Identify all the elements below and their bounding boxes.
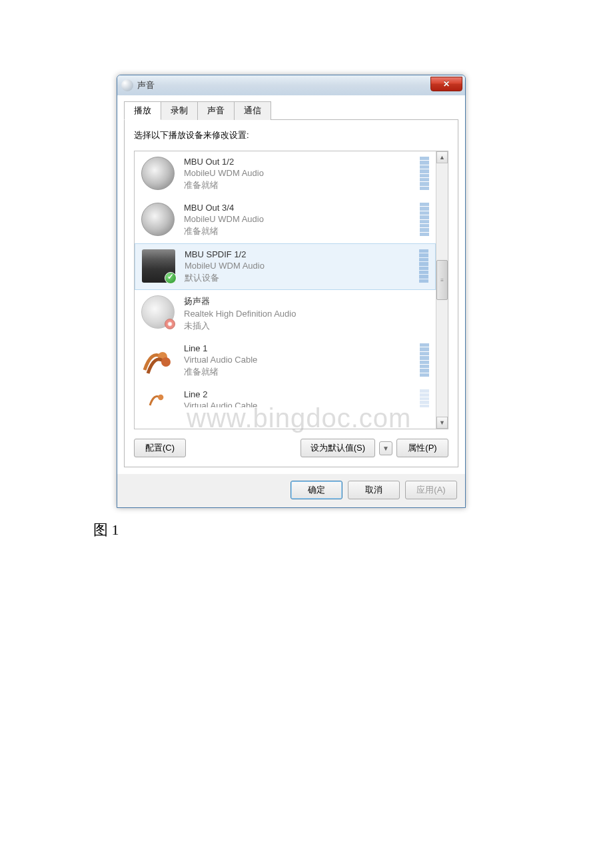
titlebar[interactable]: 声音 ✕ (117, 75, 465, 95)
scroll-down-arrow-icon[interactable]: ▼ (436, 417, 448, 429)
device-status: 默认设备 (185, 272, 414, 284)
properties-button[interactable]: 属性(P) (396, 439, 448, 457)
window-title: 声音 (137, 79, 155, 91)
tab-strip: 播放 录制 声音 通信 (124, 101, 458, 120)
device-scroll-area: MBU Out 1/2 MobileU WDM Audio 准备就绪 MBU O… (135, 151, 436, 429)
sound-icon (121, 79, 133, 91)
device-name: Line 2 (184, 389, 414, 399)
set-default-dropdown-icon[interactable]: ▼ (379, 441, 392, 455)
set-default-button[interactable]: 设为默认值(S) (301, 439, 375, 457)
scroll-track[interactable]: ≡ (436, 163, 448, 417)
configure-button[interactable]: 配置(C) (134, 439, 186, 457)
level-meter-icon (420, 203, 429, 236)
ok-button[interactable]: 确定 (291, 481, 342, 499)
scroll-up-arrow-icon[interactable]: ▲ (436, 151, 448, 163)
scroll-thumb[interactable]: ≡ (436, 260, 448, 300)
device-name: Line 1 (184, 343, 414, 353)
spdif-device-icon (142, 249, 175, 283)
tab-sounds[interactable]: 声音 (197, 101, 235, 120)
device-item[interactable]: MBU Out 1/2 MobileU WDM Audio 准备就绪 (135, 151, 436, 197)
device-driver: Virtual Audio Cable (184, 401, 414, 408)
cancel-button[interactable]: 取消 (348, 481, 400, 499)
device-item[interactable]: Line 2 Virtual Audio Cable (135, 384, 436, 408)
device-item[interactable]: MBU Out 3/4 MobileU WDM Audio 准备就绪 (135, 197, 436, 243)
dialog-body: 播放 录制 声音 通信 选择以下播放设备来修改设置: MBU Out 1/2 M… (117, 95, 465, 474)
apply-button[interactable]: 应用(A) (405, 481, 457, 499)
unplugged-icon (165, 319, 175, 329)
tab-content: 选择以下播放设备来修改设置: MBU Out 1/2 MobileU WDM A… (124, 120, 458, 467)
level-meter-icon (420, 157, 429, 190)
device-button-row: 配置(C) 设为默认值(S) ▼ 属性(P) (134, 439, 448, 457)
device-driver: MobileU WDM Audio (185, 261, 414, 271)
device-name: MBU Out 1/2 (184, 157, 414, 167)
level-meter-icon (420, 343, 429, 377)
tab-playback[interactable]: 播放 (124, 101, 161, 120)
svg-point-2 (158, 395, 163, 400)
speaker-icon (141, 203, 175, 236)
device-driver: MobileU WDM Audio (184, 214, 414, 224)
instruction-text: 选择以下播放设备来修改设置: (134, 129, 448, 141)
svg-point-1 (161, 357, 171, 367)
tab-communication[interactable]: 通信 (234, 101, 271, 120)
device-driver: Realtek High Definition Audio (184, 309, 429, 319)
device-name: 扬声器 (184, 295, 429, 307)
dialog-footer: 确定 取消 应用(A) (117, 474, 465, 507)
default-check-icon (165, 272, 177, 284)
scrollbar[interactable]: ▲ ≡ ▼ (436, 151, 448, 429)
sound-dialog: 声音 ✕ 播放 录制 声音 通信 选择以下播放设备来修改设置: MBU Out … (117, 75, 466, 508)
audio-cable-icon (141, 389, 175, 408)
level-meter-icon (419, 249, 428, 283)
device-item[interactable]: 扬声器 Realtek High Definition Audio 未插入 (135, 290, 436, 338)
device-name: MBU SPDIF 1/2 (185, 249, 414, 259)
tab-recording[interactable]: 录制 (161, 101, 198, 120)
device-name: MBU Out 3/4 (184, 203, 414, 213)
device-list: MBU Out 1/2 MobileU WDM Audio 准备就绪 MBU O… (134, 151, 448, 429)
device-status: 准备就绪 (184, 225, 414, 237)
figure-caption: 图 1 (93, 520, 119, 540)
device-driver: Virtual Audio Cable (184, 355, 414, 365)
device-item[interactable]: Line 1 Virtual Audio Cable 准备就绪 (135, 338, 436, 384)
device-status: 未插入 (184, 320, 429, 332)
device-driver: MobileU WDM Audio (184, 168, 414, 178)
audio-cable-icon (141, 343, 175, 377)
speaker-icon (141, 157, 175, 190)
close-button[interactable]: ✕ (430, 77, 462, 91)
speaker-icon (141, 295, 175, 329)
device-status: 准备就绪 (184, 179, 414, 191)
level-meter-icon (420, 389, 429, 408)
device-status: 准备就绪 (184, 366, 414, 378)
device-item-selected[interactable]: MBU SPDIF 1/2 MobileU WDM Audio 默认设备 (135, 243, 436, 290)
